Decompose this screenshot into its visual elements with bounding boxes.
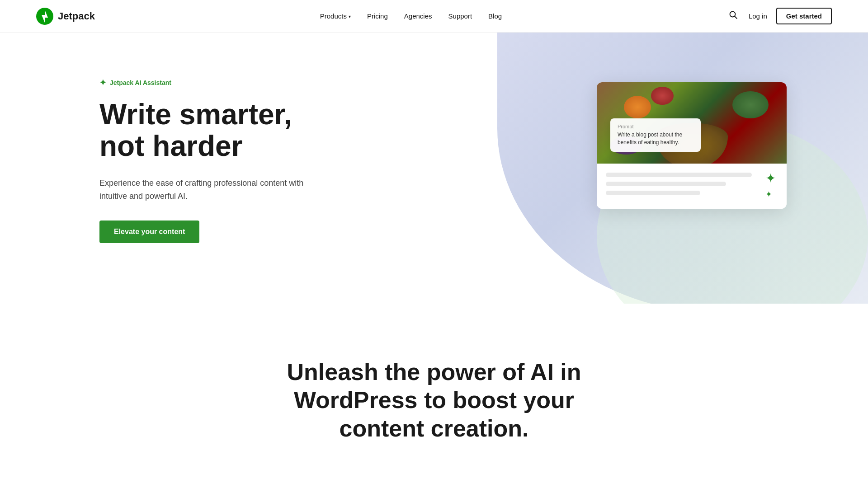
logo-link[interactable]: Jetpack bbox=[36, 8, 95, 25]
ai-assistant-badge: ✦ Jetpack AI Assistant bbox=[99, 78, 316, 88]
prompt-label: Prompt bbox=[618, 124, 693, 129]
section-2-title: Unleash the power of AI in WordPress to … bbox=[253, 358, 615, 442]
sparkle-badge-icon: ✦ bbox=[99, 78, 106, 88]
mock-text-line-2 bbox=[606, 182, 726, 186]
mock-text-line-3 bbox=[606, 191, 700, 195]
hero-content: ✦ Jetpack AI Assistant Write smarter, no… bbox=[0, 33, 868, 270]
search-button[interactable] bbox=[727, 9, 740, 23]
hero-visual: Prompt Write a blog post about the benef… bbox=[579, 46, 832, 281]
logo-text: Jetpack bbox=[58, 10, 95, 22]
get-started-button[interactable]: Get started bbox=[776, 8, 832, 24]
nav-products[interactable]: Products ▾ bbox=[320, 12, 351, 20]
prompt-text: Write a blog post about the benefits of … bbox=[618, 131, 693, 146]
food-orange-decoration bbox=[624, 96, 651, 118]
hero-left-column: ✦ Jetpack AI Assistant Write smarter, no… bbox=[99, 69, 316, 243]
hero-description: Experience the ease of crafting professi… bbox=[99, 177, 316, 203]
main-nav: Products ▾ Pricing Agencies Support Blog bbox=[320, 12, 502, 20]
food-green-decoration bbox=[732, 91, 769, 118]
search-icon bbox=[729, 10, 738, 19]
food-red-decoration bbox=[651, 87, 674, 105]
elevate-content-button[interactable]: Elevate your content bbox=[99, 221, 199, 243]
chevron-down-icon: ▾ bbox=[349, 14, 351, 19]
sparkles-generating-icon: ✦✦ bbox=[765, 171, 776, 200]
hero-title: Write smarter, not harder bbox=[99, 99, 316, 162]
svg-line-4 bbox=[735, 16, 737, 19]
hero-section: ✦ Jetpack AI Assistant Write smarter, no… bbox=[0, 33, 868, 304]
nav-pricing[interactable]: Pricing bbox=[367, 12, 388, 20]
mock-card-body: ✦✦ bbox=[597, 164, 787, 209]
login-button[interactable]: Log in bbox=[749, 12, 767, 20]
mock-editor-card: Prompt Write a blog post about the benef… bbox=[597, 82, 787, 209]
section-ai-power: Unleash the power of AI in WordPress to … bbox=[0, 304, 868, 479]
mock-text-line-1 bbox=[606, 173, 752, 177]
jetpack-logo-icon bbox=[36, 8, 53, 25]
site-header: Jetpack Products ▾ Pricing Agencies Supp… bbox=[0, 0, 868, 33]
prompt-popup: Prompt Write a blog post about the benef… bbox=[610, 118, 701, 152]
nav-blog[interactable]: Blog bbox=[488, 12, 502, 20]
nav-support[interactable]: Support bbox=[448, 12, 472, 20]
nav-agencies[interactable]: Agencies bbox=[404, 12, 432, 20]
header-actions: Log in Get started bbox=[727, 8, 832, 24]
